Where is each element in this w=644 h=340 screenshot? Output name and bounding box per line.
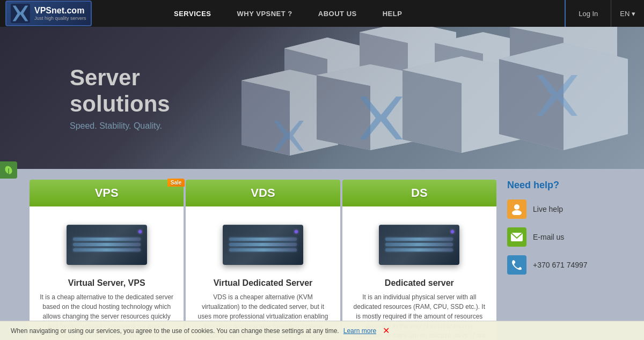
- email-icon[interactable]: [507, 227, 526, 247]
- float-icon[interactable]: [0, 161, 17, 179]
- nav-item-services[interactable]: SERVICES: [161, 0, 224, 27]
- live-help-label[interactable]: Live help: [533, 205, 563, 213]
- server-stripe: [385, 248, 453, 252]
- nav-item-about[interactable]: ABOUT US: [305, 0, 370, 27]
- cube-svg: [241, 27, 644, 169]
- cookie-text: When navigating or using our services, y…: [11, 327, 339, 335]
- server-stripe: [229, 248, 297, 252]
- server-stripe: [385, 243, 453, 246]
- live-help-icon[interactable]: [507, 199, 526, 219]
- vps-server-blade: [67, 225, 147, 265]
- hero-title: Server solutions: [70, 65, 170, 117]
- phone-label[interactable]: +370 671 74997: [533, 261, 588, 269]
- content-wrapper: VPS Sale Virtual Server, VPS It: [30, 180, 614, 340]
- server-light: [138, 230, 142, 233]
- vds-title: Virtual Dedicated Server: [214, 278, 313, 288]
- cookie-bar: When navigating or using our services, y…: [0, 321, 644, 340]
- phone-icon-svg: [511, 260, 522, 270]
- logo-icon: [11, 4, 30, 23]
- help-item-live: Live help: [507, 199, 614, 219]
- server-light: [451, 230, 454, 233]
- envelope-icon: [511, 233, 523, 241]
- ds-tab[interactable]: DS: [342, 180, 496, 206]
- hero-subtitle: Speed. Stability. Quality.: [70, 121, 170, 131]
- ds-title: Dedicated server: [385, 278, 454, 288]
- svg-point-30: [512, 210, 522, 215]
- help-item-email: E-mail us: [507, 227, 614, 247]
- ds-server-image: [376, 220, 462, 269]
- logo-name: VPSnet.com: [34, 6, 86, 16]
- server-stripe: [73, 243, 141, 246]
- server-light: [295, 230, 298, 233]
- server-stripe: [229, 243, 297, 246]
- sale-badge: Sale: [167, 179, 185, 187]
- cards-area: VPS Sale Virtual Server, VPS It: [30, 180, 496, 340]
- vps-tab[interactable]: VPS Sale: [30, 180, 184, 206]
- login-button[interactable]: Log In: [565, 0, 611, 27]
- email-label[interactable]: E-mail us: [533, 233, 564, 241]
- cookie-learn-more[interactable]: Learn more: [343, 327, 376, 335]
- ds-card: DS Dedicated server It is an individual …: [342, 180, 496, 340]
- vps-title: Virtual Server, VPS: [68, 278, 145, 288]
- nav-item-help[interactable]: HELP: [370, 0, 415, 27]
- person-icon: [511, 203, 523, 215]
- server-stripe: [385, 238, 453, 241]
- vds-server-image: [220, 220, 306, 269]
- vds-server-blade: [223, 225, 303, 265]
- vds-tab-label: VDS: [251, 186, 275, 200]
- server-stripe: [73, 248, 141, 252]
- hero-section: Server solutions Speed. Stability. Quali…: [0, 27, 644, 169]
- vds-card: VDS Virtual Dedicated Server VDS is a ch…: [186, 180, 340, 340]
- vds-tab[interactable]: VDS: [186, 180, 340, 206]
- logo-tagline: Just high quality servers: [34, 16, 86, 21]
- vps-card-body: Virtual Server, VPS It is a cheap altern…: [30, 206, 184, 340]
- svg-point-29: [514, 204, 519, 210]
- cookie-close-button[interactable]: ✕: [383, 326, 390, 336]
- svg-marker-21: [402, 70, 462, 153]
- logo-text: VPSnet.com Just high quality servers: [34, 6, 86, 21]
- vps-tab-label: VPS: [95, 186, 119, 200]
- vps-card: VPS Sale Virtual Server, VPS It: [30, 180, 184, 340]
- server-stripe: [73, 238, 141, 241]
- nav-item-why[interactable]: WHY VPSNET ?: [224, 0, 305, 27]
- ds-tab-label: DS: [411, 186, 428, 200]
- hero-text: Server solutions Speed. Stability. Quali…: [0, 65, 170, 131]
- logo-area: VPSnet.com Just high quality servers: [0, 1, 161, 26]
- vps-server-image: [64, 220, 150, 269]
- server-stripe: [229, 238, 297, 241]
- need-help-label: Need help?: [507, 180, 614, 191]
- vds-card-body: Virtual Dedicated Server VDS is a cheape…: [186, 206, 340, 340]
- header: VPSnet.com Just high quality servers SER…: [0, 0, 644, 27]
- leaf-icon: [4, 165, 13, 175]
- logo-box[interactable]: VPSnet.com Just high quality servers: [5, 1, 92, 26]
- main-nav: SERVICES WHY VPSNET ? ABOUT US HELP: [161, 0, 565, 27]
- ds-server-blade: [379, 225, 459, 265]
- lang-selector[interactable]: EN ▾: [611, 0, 644, 27]
- help-item-phone: +370 671 74997: [507, 255, 614, 275]
- ds-card-body: Dedicated server It is an individual phy…: [342, 206, 496, 340]
- phone-icon[interactable]: [507, 255, 526, 275]
- sidebar: Need help? Live help E-mail u: [507, 180, 614, 340]
- main-content: VPS Sale Virtual Server, VPS It: [0, 169, 644, 340]
- hero-decoration: [241, 27, 644, 169]
- header-right: Log In EN ▾: [565, 0, 644, 27]
